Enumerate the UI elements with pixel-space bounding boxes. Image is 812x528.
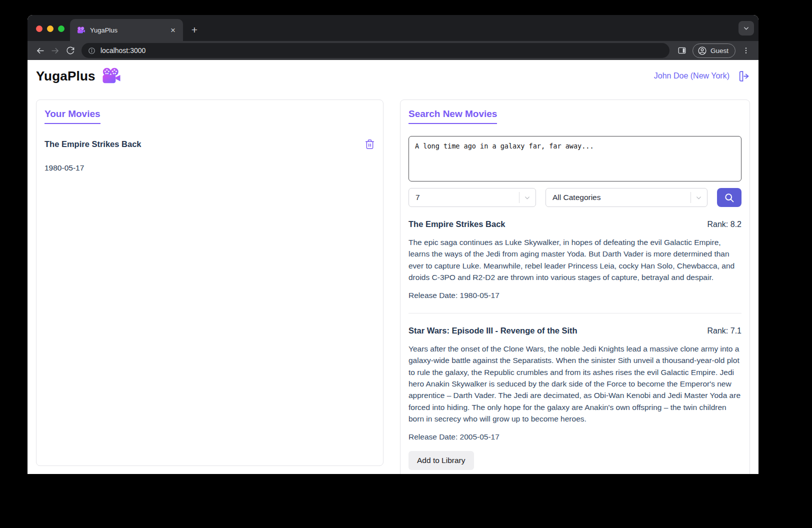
tab-search-button[interactable] [738, 21, 754, 36]
window-controls [36, 26, 64, 32]
result-header: Star Wars: Episode III - Revenge of the … [408, 326, 742, 336]
app-logo: YugaPlus [36, 68, 122, 84]
tab-strip: YugaPlus × + [28, 15, 758, 41]
page: YugaPlus John Doe (New York) Your Movies [28, 60, 758, 474]
logout-icon [738, 70, 750, 82]
browser-toolbar: localhost:3000 Guest [28, 41, 758, 60]
new-tab-button[interactable]: + [187, 22, 202, 38]
reload-icon [66, 46, 74, 55]
chevron-down-icon [696, 194, 702, 201]
chevron-down-icon [743, 25, 750, 32]
search-prompt-input[interactable]: A long time ago in a galaxy far, far awa… [408, 136, 742, 182]
library-movie-row: The Empire Strikes Back [44, 138, 375, 150]
forward-button[interactable] [48, 43, 62, 58]
close-window-button[interactable] [36, 26, 42, 32]
result-description: The epic saga continues as Luke Skywalke… [408, 236, 742, 283]
side-panel-button[interactable] [674, 43, 690, 58]
result-header: The Empire Strikes Back Rank: 8.2 [408, 220, 742, 229]
result-title: The Empire Strikes Back [408, 220, 506, 229]
rank-select[interactable]: 7 [408, 188, 536, 207]
library-movie-title: The Empire Strikes Back [44, 140, 142, 149]
arrow-left-icon [36, 46, 45, 56]
side-panel-icon [678, 46, 686, 55]
minimize-window-button[interactable] [47, 26, 54, 32]
movie-camera-icon [102, 68, 122, 84]
logout-button[interactable] [738, 70, 750, 82]
back-button[interactable] [32, 43, 48, 58]
category-select-value: All Categories [552, 193, 690, 202]
tab-close-icon[interactable]: × [168, 25, 178, 36]
trash-icon [364, 138, 375, 150]
profile-button[interactable]: Guest [692, 44, 736, 58]
tab-title: YugaPlus [90, 26, 164, 34]
search-panel: Search New Movies A long time ago in a g… [400, 100, 750, 474]
header-user-area: John Doe (New York) [654, 70, 750, 82]
select-divider [690, 192, 691, 203]
search-heading: Search New Movies [408, 108, 497, 124]
your-movies-heading: Your Movies [44, 108, 100, 124]
kebab-menu-icon [742, 46, 750, 54]
your-movies-panel: Your Movies The Empire Strikes Back 1980… [36, 100, 384, 466]
profile-label: Guest [710, 47, 728, 54]
category-select[interactable]: All Categories [546, 188, 708, 207]
reload-button[interactable] [62, 43, 78, 58]
result-rank: Rank: 8.2 [708, 220, 742, 229]
chevron-down-icon [524, 194, 530, 201]
browser-tab[interactable]: YugaPlus × [70, 19, 183, 41]
result-divider [408, 313, 742, 314]
search-result: The Empire Strikes Back Rank: 8.2 The ep… [408, 220, 742, 314]
app-header: YugaPlus John Doe (New York) [28, 60, 758, 92]
address-bar[interactable]: localhost:3000 [82, 43, 670, 58]
fullscreen-window-button[interactable] [58, 26, 64, 32]
search-button[interactable] [717, 188, 742, 207]
browser-window: YugaPlus × + localhost:3000 Guest [28, 15, 758, 474]
result-description: Years after the onset of the Clone Wars,… [408, 343, 742, 424]
guest-avatar-icon [698, 46, 707, 56]
search-controls: 7 All Categories [408, 188, 742, 207]
browser-menu-button[interactable] [738, 43, 754, 58]
search-result: Star Wars: Episode III - Revenge of the … [408, 326, 742, 474]
url-text: localhost:3000 [100, 46, 146, 54]
rank-select-value: 7 [416, 193, 519, 202]
select-divider [519, 192, 520, 203]
info-icon[interactable] [88, 47, 96, 54]
user-name-label: John Doe (New York) [654, 72, 730, 80]
tab-favicon-camera-icon [77, 26, 86, 34]
app-title: YugaPlus [36, 68, 96, 84]
library-movie-date: 1980-05-17 [44, 164, 375, 172]
result-rank: Rank: 7.1 [708, 326, 742, 336]
arrow-right-icon [50, 46, 60, 56]
result-release-date: Release Date: 1980-05-17 [408, 291, 742, 300]
delete-movie-button[interactable] [364, 138, 375, 150]
result-release-date: Release Date: 2005-05-17 [408, 432, 742, 442]
search-icon [724, 192, 734, 203]
result-title: Star Wars: Episode III - Revenge of the … [408, 326, 578, 336]
add-to-library-button[interactable]: Add to Library [408, 451, 474, 470]
main-content: Your Movies The Empire Strikes Back 1980… [28, 92, 758, 474]
